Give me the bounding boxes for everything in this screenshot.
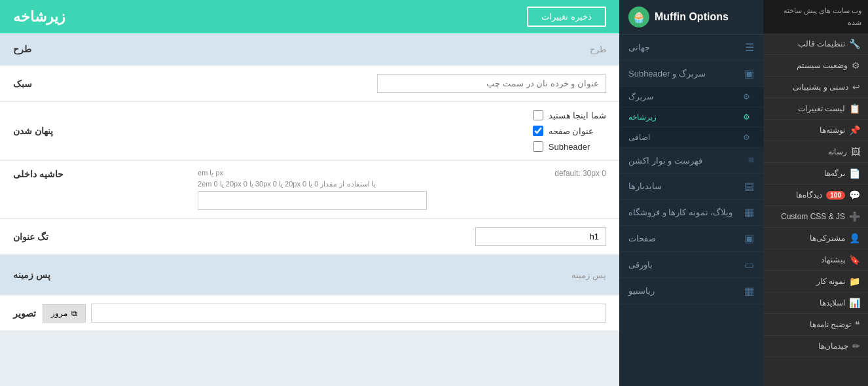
muffin-icon: 🧁: [628, 7, 649, 27]
cb1-label: شما اینجا هستید: [549, 111, 606, 120]
cb3-checkbox[interactable]: [533, 141, 543, 152]
sidebar-item-media[interactable]: رسانه 🖼: [763, 141, 868, 163]
padding-input-area: px یا em با استفاده از مقدار 0 یا 20px 0…: [198, 169, 427, 210]
image-url-input[interactable]: [91, 304, 606, 323]
cb2-label: عنوان صفحه: [549, 126, 594, 136]
muffin-nav-pages[interactable]: ▣ صفحات: [619, 226, 763, 252]
slides-label: اسلایدها: [820, 298, 845, 307]
checkbox-item-page-title: عنوان صفحه: [533, 126, 594, 136]
subnav-subheader-label: زیرشاخه: [628, 113, 657, 122]
custom-css-label: Custom CSS & JS: [781, 212, 845, 221]
list-icon: 📋: [849, 103, 860, 114]
cb3-label: Subheader: [549, 142, 590, 152]
image-row: ⧉ مرور تصویر: [0, 296, 619, 330]
riasnio-icon: ▦: [744, 285, 754, 297]
sidebar-item-subscribers[interactable]: مشترکی‌ها 👤: [763, 228, 868, 249]
browse-label: مرور: [51, 309, 67, 318]
pages-nav-label: صفحات: [628, 234, 656, 243]
admin-sidebar-top-text: وب سایت های پیش ساخته شده: [763, 0, 868, 33]
muffin-nav-sidebars[interactable]: ▤ سایدبارها: [619, 173, 763, 200]
hidden-row: شما اینجا هستید عنوان صفحه Subheader پنه…: [0, 102, 619, 160]
pin-icon: 📌: [849, 125, 860, 135]
title-tag-label: تگ عنوان: [13, 232, 48, 242]
sidebar-item-portfolio[interactable]: نمونه کار 📁: [763, 271, 868, 292]
padding-default: default: 30px 0: [554, 169, 606, 178]
sidebar-item-pages[interactable]: برگه‌ها 📄: [763, 163, 868, 184]
sidebar-item-slides[interactable]: اسلایدها 📊: [763, 292, 868, 314]
portfolio-label: ویلاگ، نمونه کارها و فروشگاه: [628, 207, 732, 217]
muffin-nav-global[interactable]: ☰ جهانی: [619, 35, 763, 61]
sidebar-item-posts[interactable]: نوشته‌ها 📌: [763, 120, 868, 141]
save-button[interactable]: ذخیره تغییرات: [527, 7, 606, 27]
slides-icon: 📊: [849, 298, 860, 308]
sidebar-item-system-status[interactable]: وضعیت سیستم ⚙: [763, 55, 868, 77]
sidebar-item-custom-css[interactable]: Custom CSS & JS ➕: [763, 206, 868, 228]
plus-icon: ➕: [849, 211, 860, 222]
muffin-options-panel: 🧁 Muffin Options ☰ جهانی ▣ سربرگ و Subhe…: [619, 0, 763, 386]
subnav-extra[interactable]: ⚙ اضافی: [619, 128, 763, 148]
pages-label: برگه‌ها: [824, 169, 845, 178]
subscribers-label: مشترکی‌ها: [810, 234, 845, 243]
muffin-nav-riasnio[interactable]: ▦ ریاسنیو: [619, 278, 763, 304]
sidebar-item-theme-settings[interactable]: تنظیمات قالب 🔧: [763, 33, 868, 55]
style-label: سبک: [13, 79, 32, 89]
padding-input[interactable]: [198, 191, 427, 210]
user-icon: 👤: [849, 233, 860, 243]
bg-input-area: پس زمینه: [57, 269, 606, 281]
sidebar-item-change-list[interactable]: لیست تغییرات 📋: [763, 98, 868, 120]
browse-button[interactable]: ⧉ مرور: [43, 304, 86, 323]
hidden-checkboxes: شما اینجا هستید عنوان صفحه Subheader: [533, 110, 606, 152]
muffin-nav-footer[interactable]: ▭ باورقی: [619, 252, 763, 278]
posts-label: نوشته‌ها: [820, 126, 845, 135]
top-bar: ذخیره تغییرات زیرشاخه: [0, 0, 619, 33]
padding-row: default: 30px 0 px یا em با استفاده از م…: [0, 161, 619, 218]
style-row: سبک: [0, 66, 619, 101]
action-icon: ≡: [748, 154, 754, 166]
muffin-nav-portfolio[interactable]: ▦ ویلاگ، نمونه کارها و فروشگاه: [619, 200, 763, 226]
design-input-area: طرح: [38, 43, 606, 55]
sidebar-item-menus[interactable]: چیدمان‌ها ✏: [763, 336, 868, 357]
muffin-title: Muffin Options: [655, 11, 729, 23]
style-input[interactable]: [377, 74, 606, 93]
padding-left-area: default: 30px 0: [554, 169, 606, 178]
action-label: فهرست و نوار اکشن: [628, 156, 702, 166]
footer-icon: ▭: [744, 258, 754, 271]
padding-hint1: px یا em: [198, 169, 223, 177]
testimonials-label: توضیح نامه‌ها: [810, 320, 851, 329]
muffin-subnav: ⚙ سربرگ ⚙ زیرشاخه ⚙ اضافی: [619, 87, 763, 148]
gear-icon: ⚙: [852, 60, 860, 71]
gear-header-icon: ⚙: [743, 92, 750, 101]
suggestions-label: پیشنهاد: [821, 255, 845, 264]
hidden-label: پنهان شدن: [13, 126, 53, 136]
content-body: طرح طرح سبک شما اینجا هستید عنوان صفحه: [0, 33, 619, 330]
gear-subheader-icon: ⚙: [743, 113, 750, 122]
backup-icon: ↩: [852, 82, 860, 92]
sidebar-item-testimonials[interactable]: توضیح نامه‌ها ❝: [763, 314, 868, 336]
bookmark-icon: 🔖: [849, 254, 860, 265]
title-tag-input[interactable]: [475, 227, 606, 246]
padding-inner-row: default: 30px 0 px یا em با استفاده از م…: [13, 169, 606, 210]
sidebar-item-suggestions[interactable]: پیشنهاد 🔖: [763, 249, 868, 271]
muffin-nav-action[interactable]: ≡ فهرست و نوار اکشن: [619, 148, 763, 173]
global-label: جهانی: [628, 43, 650, 52]
system-status-label: وضعیت سیستم: [797, 61, 848, 70]
backup-label: دستی و پشتیبانی: [793, 82, 848, 92]
menus-label: چیدمان‌ها: [818, 342, 848, 351]
comments-badge: 100: [826, 191, 845, 200]
subnav-header[interactable]: ⚙ سربرگ: [619, 87, 763, 107]
subnav-extra-label: اضافی: [628, 133, 650, 142]
cb1-checkbox[interactable]: [533, 110, 543, 120]
cb2-checkbox[interactable]: [533, 126, 543, 136]
edit-icon: ✏: [852, 341, 860, 351]
sidebar-item-comments[interactable]: دیدگاه‌ها 100 💬: [763, 184, 868, 206]
main-content: ذخیره تغییرات زیرشاخه طرح طرح سبک شما ای…: [0, 0, 619, 386]
title-tag-row: تگ عنوان: [0, 219, 619, 254]
subnav-subheader[interactable]: ⚙ زیرشاخه: [619, 107, 763, 128]
image-input-area: ⧉ مرور: [43, 304, 606, 323]
sidebar-item-backup[interactable]: دستی و پشتیبانی ↩: [763, 77, 868, 98]
design-placeholder: طرح: [590, 44, 606, 54]
design-row: طرح طرح: [0, 33, 619, 65]
muffin-nav-header-sub[interactable]: ▣ سربرگ و Subheader: [619, 61, 763, 87]
padding-hint2: با استفاده از مقدار 0 یا 20px 0 یا 30px …: [198, 180, 376, 188]
wrench-icon: 🔧: [849, 39, 860, 49]
